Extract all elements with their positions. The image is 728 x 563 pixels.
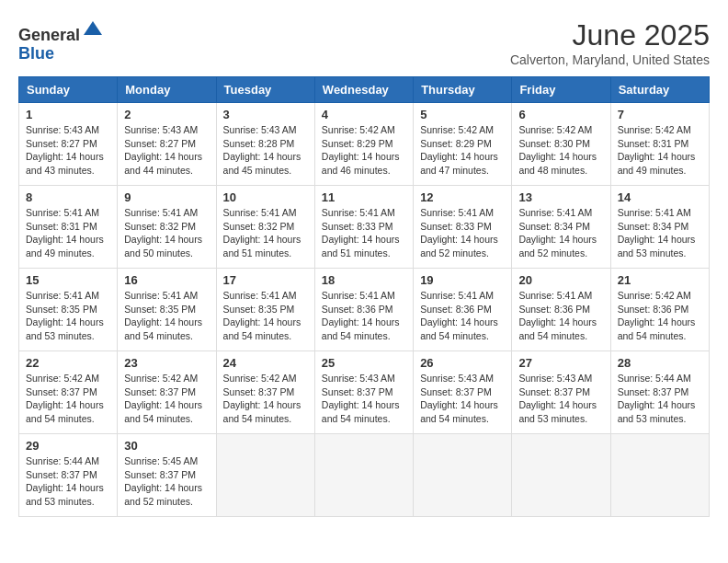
day-info: Sunrise: 5:41 AM Sunset: 8:31 PM Dayligh… <box>26 206 110 260</box>
sunrise-label: Sunrise: 5:41 AM <box>618 207 691 218</box>
table-row: 4 Sunrise: 5:42 AM Sunset: 8:29 PM Dayli… <box>314 103 413 186</box>
day-info: Sunrise: 5:41 AM Sunset: 8:34 PM Dayligh… <box>618 206 702 260</box>
sunset-label: Sunset: 8:30 PM <box>518 138 590 149</box>
daylight-label: Daylight: 14 hours and 54 minutes. <box>26 399 104 424</box>
day-info: Sunrise: 5:42 AM Sunset: 8:36 PM Dayligh… <box>618 289 702 343</box>
table-row: 6 Sunrise: 5:42 AM Sunset: 8:30 PM Dayli… <box>512 103 610 186</box>
table-row: 14 Sunrise: 5:41 AM Sunset: 8:34 PM Dayl… <box>610 186 709 269</box>
sunset-label: Sunset: 8:36 PM <box>322 304 393 315</box>
day-info: Sunrise: 5:44 AM Sunset: 8:37 PM Dayligh… <box>26 454 110 509</box>
table-row: 23 Sunrise: 5:42 AM Sunset: 8:37 PM Dayl… <box>118 351 216 434</box>
daylight-label: Daylight: 14 hours and 54 minutes. <box>420 399 498 424</box>
sunset-label: Sunset: 8:35 PM <box>124 304 196 315</box>
table-row: 7 Sunrise: 5:42 AM Sunset: 8:31 PM Dayli… <box>610 103 709 186</box>
title-section: June 2025 Calverton, Maryland, United St… <box>510 18 710 67</box>
sunrise-label: Sunrise: 5:41 AM <box>124 290 198 301</box>
table-row: 9 Sunrise: 5:41 AM Sunset: 8:32 PM Dayli… <box>118 186 216 269</box>
logo-general: General <box>18 26 80 44</box>
day-number: 29 <box>26 439 110 453</box>
sunset-label: Sunset: 8:31 PM <box>26 221 97 232</box>
header-saturday: Saturday <box>610 77 709 103</box>
day-info: Sunrise: 5:41 AM Sunset: 8:36 PM Dayligh… <box>322 289 406 343</box>
table-row <box>314 434 413 517</box>
sunset-label: Sunset: 8:37 PM <box>124 469 196 480</box>
daylight-label: Daylight: 14 hours and 47 minutes. <box>420 151 498 176</box>
table-row <box>414 434 512 517</box>
sunset-label: Sunset: 8:37 PM <box>518 386 590 397</box>
logo: General Blue <box>18 18 104 63</box>
sunrise-label: Sunrise: 5:43 AM <box>26 124 99 135</box>
calendar-row-1: 1 Sunrise: 5:43 AM Sunset: 8:27 PM Dayli… <box>19 103 710 186</box>
day-number: 10 <box>223 190 308 204</box>
day-info: Sunrise: 5:43 AM Sunset: 8:28 PM Dayligh… <box>223 123 308 178</box>
day-number: 15 <box>26 273 110 287</box>
table-row: 27 Sunrise: 5:43 AM Sunset: 8:37 PM Dayl… <box>512 351 610 434</box>
table-row: 20 Sunrise: 5:41 AM Sunset: 8:36 PM Dayl… <box>512 269 610 351</box>
day-number: 9 <box>124 190 209 204</box>
sunset-label: Sunset: 8:29 PM <box>322 138 393 149</box>
sunset-label: Sunset: 8:37 PM <box>26 469 97 480</box>
day-number: 28 <box>618 356 702 370</box>
sunrise-label: Sunrise: 5:41 AM <box>223 207 297 218</box>
table-row: 21 Sunrise: 5:42 AM Sunset: 8:36 PM Dayl… <box>610 269 709 351</box>
daylight-label: Daylight: 14 hours and 52 minutes. <box>124 482 202 507</box>
day-info: Sunrise: 5:43 AM Sunset: 8:27 PM Dayligh… <box>124 123 209 178</box>
calendar-row-4: 22 Sunrise: 5:42 AM Sunset: 8:37 PM Dayl… <box>19 351 710 434</box>
sunset-label: Sunset: 8:32 PM <box>124 221 196 232</box>
sunset-label: Sunset: 8:27 PM <box>26 138 97 149</box>
sunrise-label: Sunrise: 5:43 AM <box>420 373 494 384</box>
day-info: Sunrise: 5:41 AM Sunset: 8:36 PM Dayligh… <box>518 289 603 343</box>
day-number: 3 <box>223 108 308 121</box>
day-number: 23 <box>124 356 209 370</box>
day-number: 24 <box>223 356 308 370</box>
daylight-label: Daylight: 14 hours and 52 minutes. <box>420 234 498 259</box>
day-info: Sunrise: 5:41 AM Sunset: 8:35 PM Dayligh… <box>26 289 110 343</box>
sunrise-label: Sunrise: 5:41 AM <box>322 207 395 218</box>
calendar-header-row: Sunday Monday Tuesday Wednesday Thursday… <box>19 77 710 103</box>
location: Calverton, Maryland, United States <box>510 52 710 67</box>
sunrise-label: Sunrise: 5:41 AM <box>26 207 99 218</box>
sunset-label: Sunset: 8:34 PM <box>618 221 689 232</box>
day-info: Sunrise: 5:41 AM Sunset: 8:34 PM Dayligh… <box>518 206 603 260</box>
sunrise-label: Sunrise: 5:42 AM <box>518 124 592 135</box>
day-number: 1 <box>26 108 110 121</box>
daylight-label: Daylight: 14 hours and 54 minutes. <box>322 399 400 424</box>
table-row: 28 Sunrise: 5:44 AM Sunset: 8:37 PM Dayl… <box>610 351 709 434</box>
table-row: 30 Sunrise: 5:45 AM Sunset: 8:37 PM Dayl… <box>118 434 216 517</box>
sunset-label: Sunset: 8:37 PM <box>618 386 689 397</box>
sunset-label: Sunset: 8:35 PM <box>26 304 97 315</box>
day-info: Sunrise: 5:43 AM Sunset: 8:37 PM Dayligh… <box>518 372 603 426</box>
table-row: 19 Sunrise: 5:41 AM Sunset: 8:36 PM Dayl… <box>414 269 512 351</box>
header-wednesday: Wednesday <box>314 77 413 103</box>
daylight-label: Daylight: 14 hours and 46 minutes. <box>322 151 400 176</box>
sunset-label: Sunset: 8:37 PM <box>223 386 295 397</box>
sunset-label: Sunset: 8:32 PM <box>223 221 295 232</box>
sunrise-label: Sunrise: 5:42 AM <box>223 373 297 384</box>
day-number: 11 <box>322 190 406 204</box>
header-friday: Friday <box>512 77 610 103</box>
sunrise-label: Sunrise: 5:42 AM <box>26 373 99 384</box>
sunrise-label: Sunrise: 5:42 AM <box>618 290 691 301</box>
table-row: 1 Sunrise: 5:43 AM Sunset: 8:27 PM Dayli… <box>19 103 118 186</box>
day-number: 7 <box>618 108 702 121</box>
table-row <box>512 434 610 517</box>
day-number: 22 <box>26 356 110 370</box>
day-number: 30 <box>124 439 209 453</box>
daylight-label: Daylight: 14 hours and 49 minutes. <box>618 151 696 176</box>
header-sunday: Sunday <box>19 77 118 103</box>
sunrise-label: Sunrise: 5:41 AM <box>518 207 592 218</box>
sunrise-label: Sunrise: 5:41 AM <box>420 207 494 218</box>
daylight-label: Daylight: 14 hours and 54 minutes. <box>124 316 202 341</box>
daylight-label: Daylight: 14 hours and 54 minutes. <box>223 316 301 341</box>
day-number: 8 <box>26 190 110 204</box>
day-number: 18 <box>322 273 406 287</box>
day-number: 16 <box>124 273 209 287</box>
daylight-label: Daylight: 14 hours and 53 minutes. <box>26 316 104 341</box>
sunset-label: Sunset: 8:37 PM <box>420 386 492 397</box>
table-row: 26 Sunrise: 5:43 AM Sunset: 8:37 PM Dayl… <box>414 351 512 434</box>
day-info: Sunrise: 5:42 AM Sunset: 8:29 PM Dayligh… <box>420 123 505 178</box>
daylight-label: Daylight: 14 hours and 45 minutes. <box>223 151 301 176</box>
calendar-row-5: 29 Sunrise: 5:44 AM Sunset: 8:37 PM Dayl… <box>19 434 710 517</box>
sunset-label: Sunset: 8:36 PM <box>518 304 590 315</box>
sunrise-label: Sunrise: 5:43 AM <box>124 124 198 135</box>
